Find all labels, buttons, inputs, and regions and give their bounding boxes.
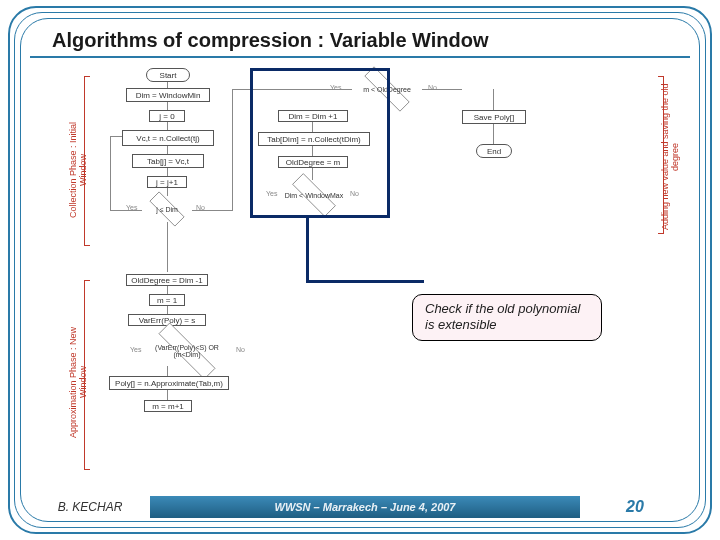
node-cond: (VarErr(Poly)<S) OR (m<Dim) [142, 336, 232, 366]
highlight-lead-h [306, 280, 424, 283]
label-right: Adding new value and saving the old degr… [660, 82, 680, 232]
node-j0: j = 0 [149, 110, 185, 122]
arrow [167, 366, 168, 376]
node-dim-wmin: Dim = WindowMin [126, 88, 210, 102]
highlight-lead-v [306, 218, 309, 280]
node-mincr: m = m+1 [144, 400, 192, 412]
arrow [422, 89, 462, 90]
arrow [167, 222, 168, 272]
edge-yes: Yes [130, 346, 141, 353]
highlight-box [250, 68, 390, 218]
node-end: End [476, 144, 512, 158]
arrow [167, 168, 168, 176]
node-olddeg: OldDegree = Dim -1 [126, 274, 208, 286]
footer-author: B. KECHAR [30, 496, 150, 518]
arrow [493, 124, 494, 144]
callout: Check if the old polynomial is extensibl… [412, 294, 602, 341]
label-collection: Collection Phase : Initial Window [68, 110, 88, 230]
arrow [192, 210, 232, 211]
arrow [110, 210, 142, 211]
arrow [167, 122, 168, 130]
arrow [167, 306, 168, 314]
arrow [110, 136, 122, 137]
node-tabj: Tab[j] = Vc,t [132, 154, 204, 168]
node-jdim: j ≤ Dim [142, 196, 192, 222]
node-start: Start [146, 68, 190, 82]
node-save: Save Poly[] [462, 110, 526, 124]
arrow [110, 136, 111, 210]
title-bar: Algorithms of compression : Variable Win… [30, 24, 690, 58]
footer: B. KECHAR WWSN – Marrakech – June 4, 200… [30, 496, 690, 518]
callout-text: Check if the old polynomial is extensibl… [425, 301, 580, 332]
label-approx: Approximation Phase : New Window [68, 312, 88, 452]
arrow [167, 390, 168, 400]
slide-title: Algorithms of compression : Variable Win… [30, 29, 489, 52]
arrow [493, 89, 494, 110]
node-approx: Poly[] = n.Approximate(Tab,m) [109, 376, 229, 390]
content-area: Collection Phase : Initial Window Approx… [34, 62, 686, 492]
arrow [167, 102, 168, 110]
edge-no: No [236, 346, 245, 353]
node-m1: m = 1 [149, 294, 185, 306]
footer-page: 20 [580, 496, 690, 518]
arrow [167, 286, 168, 294]
arrow [167, 188, 168, 196]
node-jincr: j = j+1 [147, 176, 187, 188]
arrow [232, 89, 233, 211]
footer-center: WWSN – Marrakech – June 4, 2007 [150, 496, 580, 518]
node-vc: Vc,t = n.Collect(tj) [122, 130, 214, 146]
arrow [167, 146, 168, 154]
